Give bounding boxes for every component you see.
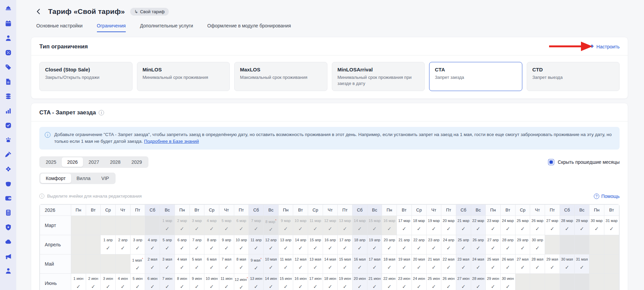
document-icon[interactable]: [5, 78, 12, 85]
room-tab-комфорт[interactable]: Комфорт: [40, 174, 71, 183]
day-cell[interactable]: 26 мар✓: [530, 216, 545, 235]
day-cell[interactable]: 24 июн✓: [411, 273, 426, 290]
profile-icon[interactable]: [5, 267, 12, 274]
day-cell[interactable]: 23 мар✓: [486, 216, 501, 235]
settings-icon[interactable]: [5, 165, 12, 173]
day-cell[interactable]: 31 мая✓: [575, 254, 589, 273]
day-cell[interactable]: 14 апр✓: [293, 235, 308, 254]
pets-icon[interactable]: [5, 136, 12, 143]
day-cell[interactable]: 20 июн✓: [353, 273, 367, 290]
bell-icon[interactable]: [5, 5, 12, 13]
day-cell[interactable]: 7 июн✓: [160, 273, 175, 290]
day-cell[interactable]: 21 мая✓: [426, 254, 441, 273]
day-cell[interactable]: 5 апр✓: [160, 235, 175, 254]
day-cell[interactable]: 10 мар✓: [293, 216, 308, 235]
day-cell[interactable]: 28 мар✓: [560, 216, 575, 235]
day-cell[interactable]: 5 мая✓: [189, 254, 204, 273]
day-cell[interactable]: 27 мар✓: [545, 216, 560, 235]
day-cell[interactable]: 24 апр✓: [441, 235, 456, 254]
back-button[interactable]: [35, 8, 43, 15]
day-cell[interactable]: 1 мая*✓: [130, 254, 145, 273]
day-cell[interactable]: 28 июн✓: [471, 273, 486, 290]
day-cell[interactable]: 1 апр✓: [101, 235, 116, 254]
day-cell[interactable]: 25 апр✓: [456, 235, 471, 254]
day-cell[interactable]: 17 мая✓: [367, 254, 382, 273]
tab-1[interactable]: Основные настройки: [36, 23, 83, 32]
year-tab-2029[interactable]: 2029: [126, 157, 147, 167]
restriction-type-ctd[interactable]: CTDЗапрет выезда: [527, 62, 620, 91]
day-cell[interactable]: 14 мар✓: [353, 216, 367, 235]
cloud-icon[interactable]: [5, 238, 12, 245]
day-cell[interactable]: 4 июн✓: [116, 273, 130, 290]
day-cell[interactable]: 25 мая✓: [486, 254, 501, 273]
info-icon[interactable]: i: [99, 110, 104, 115]
day-cell[interactable]: 17 мар✓: [397, 216, 412, 235]
day-cell[interactable]: 29 июн✓: [486, 273, 501, 290]
day-cell[interactable]: 17 июн✓: [308, 273, 323, 290]
day-cell[interactable]: 20 мар✓: [441, 216, 456, 235]
day-cell[interactable]: 12 мая✓: [293, 254, 308, 273]
day-cell[interactable]: 1 июн✓: [71, 273, 86, 290]
day-cell[interactable]: 23 апр✓: [426, 235, 441, 254]
day-cell[interactable]: 20 мая✓: [411, 254, 426, 273]
day-cell[interactable]: 16 мая✓: [353, 254, 367, 273]
day-cell[interactable]: 22 мая✓: [441, 254, 456, 273]
day-cell[interactable]: 2 мар✓: [175, 216, 189, 235]
day-cell[interactable]: 3 мар✓: [189, 216, 204, 235]
day-cell[interactable]: 16 июн✓: [293, 273, 308, 290]
day-cell[interactable]: 30 мар✓: [589, 216, 604, 235]
tag-icon[interactable]: [5, 64, 12, 71]
room-tab-vip[interactable]: VIP: [96, 174, 115, 183]
day-cell[interactable]: 27 апр✓: [486, 235, 501, 254]
day-cell[interactable]: 19 мар✓: [426, 216, 441, 235]
day-cell[interactable]: 1 мар✓: [160, 216, 175, 235]
day-cell[interactable]: 30 мая✓: [560, 254, 575, 273]
restriction-type-minlosarrival[interactable]: MinLOSArrivalМинимальный срок проживания…: [332, 62, 425, 91]
day-cell[interactable]: 15 апр✓: [308, 235, 323, 254]
day-cell[interactable]: 2 мая✓: [145, 254, 160, 273]
tab-2[interactable]: Ограничения: [97, 23, 126, 32]
day-cell[interactable]: 25 мар✓: [515, 216, 530, 235]
restriction-type-maxlos[interactable]: MaxLOSМаксимальный срок проживания: [234, 62, 327, 91]
day-cell[interactable]: 18 апр✓: [353, 235, 367, 254]
day-cell[interactable]: 13 мая✓: [308, 254, 323, 273]
day-cell[interactable]: 9 июн✓: [189, 273, 204, 290]
hide-past-months-toggle[interactable]: Скрыть прошедшие месяцы: [548, 159, 620, 165]
day-cell[interactable]: 19 июн✓: [338, 273, 353, 290]
cleaning-icon[interactable]: [5, 151, 12, 158]
tasks-icon[interactable]: [5, 122, 12, 129]
configure-link[interactable]: Настроить: [589, 44, 620, 50]
help-link[interactable]: ? Помощь: [594, 194, 620, 199]
day-cell[interactable]: 8 мая✓: [234, 254, 249, 273]
day-cell[interactable]: 12 мар✓: [323, 216, 338, 235]
day-cell[interactable]: 8 апр✓: [204, 235, 219, 254]
day-cell[interactable]: 15 мая✓: [338, 254, 353, 273]
day-cell[interactable]: 26 апр✓: [471, 235, 486, 254]
day-cell[interactable]: 22 июн✓: [382, 273, 397, 290]
day-cell[interactable]: 15 мар✓: [367, 216, 382, 235]
day-cell[interactable]: 3 июн✓: [101, 273, 116, 290]
day-cell[interactable]: 6 апр✓: [175, 235, 189, 254]
guest-icon[interactable]: [5, 35, 12, 42]
day-cell[interactable]: 3 апр✓: [130, 235, 145, 254]
day-cell[interactable]: 6 июн✓: [145, 273, 160, 290]
day-cell[interactable]: 27 июн✓: [456, 273, 471, 290]
day-cell[interactable]: 4 мая✓: [175, 254, 189, 273]
year-tab-2028[interactable]: 2028: [104, 157, 126, 167]
day-cell[interactable]: 28 апр✓: [500, 235, 515, 254]
day-cell[interactable]: 9 мая*✓: [249, 254, 264, 273]
chart-icon[interactable]: [5, 107, 12, 114]
day-cell[interactable]: 4 апр✓: [145, 235, 160, 254]
calendar-icon[interactable]: [5, 20, 12, 27]
day-cell[interactable]: 14 мая✓: [323, 254, 338, 273]
day-cell[interactable]: 12 июн*✓: [234, 273, 249, 290]
day-cell[interactable]: 21 апр✓: [397, 235, 412, 254]
restriction-type-cta[interactable]: CTAЗапрет заезда: [429, 62, 522, 91]
day-cell[interactable]: 2 апр✓: [116, 235, 130, 254]
day-cell[interactable]: 8 мар*✓: [263, 216, 278, 235]
day-cell[interactable]: 29 мар✓: [575, 216, 589, 235]
day-cell[interactable]: 10 мая✓: [263, 254, 278, 273]
day-cell[interactable]: 16 апр✓: [323, 235, 338, 254]
day-cell[interactable]: 4 мар✓: [204, 216, 219, 235]
day-cell[interactable]: 22 апр✓: [411, 235, 426, 254]
